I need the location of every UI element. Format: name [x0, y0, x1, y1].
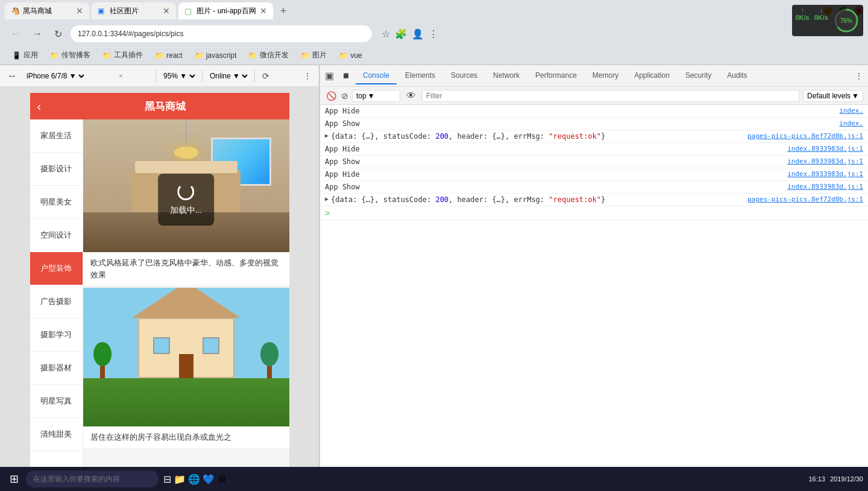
perf-value-2: 0K/s [814, 14, 828, 21]
device-toggle-icon[interactable]: ↔ [5, 69, 19, 83]
console-source-2[interactable]: index. [839, 119, 863, 127]
expand-arrow-1[interactable]: ▶ [325, 132, 329, 139]
tray-date: 2019/12/30 [830, 475, 863, 483]
cat-guanggao[interactable]: 广告摄影 [30, 285, 83, 318]
toolbar-separator-2 [202, 70, 203, 82]
device-select[interactable]: iPhone 6/7/8 ▼ [24, 71, 86, 81]
account-icon[interactable]: 👤 [412, 28, 424, 40]
rotate-icon[interactable]: ⟳ [260, 70, 272, 82]
bookmark-tools[interactable]: 📁 工具插件 [98, 49, 148, 62]
forward-button[interactable]: → [29, 27, 46, 40]
bookmark-react[interactable]: 📁 react [150, 50, 187, 61]
console-source-4[interactable]: index.8933983d.js:1 [787, 145, 863, 153]
filter-input[interactable] [422, 90, 799, 102]
explorer-icon[interactable]: 📁 [174, 474, 186, 485]
bookmark-star-icon[interactable]: ☆ [382, 28, 390, 40]
perf-circle: 76% [833, 7, 860, 34]
console-text-4: App Hide [325, 145, 787, 153]
back-arrow-icon[interactable]: ‹ [37, 100, 42, 113]
category-list: 家居生活 摄影设计 明星美女 空间设计 户型装饰 广告摄影 摄影学习 摄影器材 … [30, 119, 83, 491]
tab-pics[interactable]: ▢ 图片 - uni-app百网 ✕ [178, 2, 273, 19]
card-house: 居住在这样的房子容易出现自杀或血光之 [83, 288, 289, 448]
bookmark-chuanzhi[interactable]: 📁 传智播客 [45, 49, 95, 62]
cat-huxing[interactable]: 户型装饰 [30, 252, 83, 285]
extensions-icon[interactable]: 🧩 [395, 28, 407, 40]
address-input[interactable] [71, 25, 372, 42]
cat-jiaju[interactable]: 家居生活 [30, 119, 83, 153]
expand-arrow-2[interactable]: ▶ [325, 195, 329, 202]
back-button[interactable]: ← [7, 27, 24, 40]
console-row-9: > [320, 206, 868, 220]
zoom-select[interactable]: 95% ▼ [161, 71, 197, 81]
tab-sources[interactable]: Sources [444, 68, 485, 84]
console-output[interactable]: App Hide index. App Show index. ▶ {data:… [320, 105, 868, 491]
tab-network[interactable]: Network [486, 68, 527, 84]
tab-favicon-1: 🐴 [11, 7, 19, 15]
terminal-icon[interactable]: 🖥 [217, 474, 227, 484]
house-image [83, 288, 289, 426]
width-input[interactable]: 375 [91, 72, 114, 80]
cat-kongjian[interactable]: 空间设计 [30, 219, 83, 252]
bookmark-vue[interactable]: 📁 vue [334, 50, 366, 61]
perf-item-1: ↑ 0K/s [796, 7, 810, 34]
cat-qinchun[interactable]: 清纯甜美 [30, 418, 83, 451]
level-chevron-icon: ▼ [852, 92, 859, 100]
height-input[interactable]: 667 [128, 72, 151, 80]
devtools-inspect-icon[interactable]: ▣ [322, 69, 336, 83]
console-filter-button[interactable]: ⊘ [341, 91, 348, 101]
tree-right [260, 342, 278, 378]
console-source-8[interactable]: pages-pics-pics.8ef72d0b.js:1 [747, 195, 863, 203]
tab-elements[interactable]: Elements [398, 68, 442, 84]
context-select[interactable]: top ▼ [352, 90, 400, 102]
context-chevron-icon: ▼ [368, 92, 375, 100]
devtools-more-icon[interactable]: ⋮ [852, 69, 866, 83]
bookmark-apps[interactable]: 📱 应用 [7, 49, 43, 62]
tab-community[interactable]: ▣ 社区图片 ✕ [92, 2, 176, 19]
chandelier [174, 147, 198, 159]
bookmark-js-label: javascript [206, 51, 237, 60]
tab-close-2[interactable]: ✕ [163, 6, 170, 16]
cat-mingxing[interactable]: 明星美女 [30, 186, 83, 219]
tab-close-1[interactable]: ✕ [76, 6, 83, 16]
level-select[interactable]: Default levels ▼ [803, 90, 863, 102]
bookmark-apps-label: 应用 [24, 50, 38, 60]
device-toolbar: ↔ iPhone 6/7/8 ▼ 375 × 667 95% ▼ Online … [0, 65, 319, 87]
network-select[interactable]: Online ▼ [207, 71, 250, 81]
tab-performance[interactable]: Performance [528, 68, 584, 84]
console-source-3[interactable]: pages-pics-pics.8ef72d0b.js:1 [747, 132, 863, 140]
eye-icon[interactable]: 👁 [404, 89, 418, 103]
tab-security[interactable]: Security [678, 68, 719, 84]
content-area[interactable]: 加载中... 欧式风格延承了巴洛克风格中豪华、动感、多变的视觉效果 [83, 119, 289, 491]
tab-audits[interactable]: Audits [720, 68, 754, 84]
cat-xuenxi[interactable]: 摄影学习 [30, 318, 83, 352]
search-bar[interactable] [26, 470, 159, 487]
cat-qicai[interactable]: 摄影器材 [30, 352, 83, 385]
new-tab-button[interactable]: + [275, 5, 292, 17]
refresh-button[interactable]: ↻ [51, 27, 66, 41]
console-clear-button[interactable]: 🚫 [325, 90, 338, 102]
cat-sheying[interactable]: 摄影设计 [30, 153, 83, 186]
menu-icon[interactable]: ⋮ [429, 28, 438, 40]
tab-close-3[interactable]: ✕ [260, 6, 267, 16]
taskview-icon[interactable]: ⊟ [163, 474, 171, 485]
system-tray: 16:13 2019/12/30 [808, 475, 863, 483]
console-source-6[interactable]: index.8933983d.js:1 [787, 170, 863, 178]
console-source-7[interactable]: index.8933983d.js:1 [787, 183, 863, 191]
bookmark-pics[interactable]: 📁 图片 [296, 49, 332, 62]
start-button[interactable]: ⊞ [5, 470, 24, 488]
more-options-icon[interactable]: ⋮ [301, 70, 314, 82]
tab-heima[interactable]: 🐴 黑马商城 ✕ [5, 2, 89, 19]
bookmark-js[interactable]: 📁 javascript [190, 50, 242, 61]
bookmark-folder-icon-2: 📁 [102, 51, 112, 60]
console-source-1[interactable]: index. [839, 107, 863, 115]
tab-console[interactable]: Console [356, 68, 397, 84]
chrome-icon[interactable]: 🌐 [188, 474, 200, 485]
cat-xiezhen[interactable]: 明星写真 [30, 385, 83, 418]
bookmark-wechat[interactable]: 📁 微信开发 [244, 49, 294, 62]
tab-title-1: 黑马商城 [23, 6, 72, 16]
tab-application[interactable]: Application [627, 68, 677, 84]
vs-icon[interactable]: 💙 [203, 474, 215, 485]
tab-memory[interactable]: Memory [585, 68, 626, 84]
devtools-device-icon[interactable]: ◾ [338, 69, 354, 83]
console-source-5[interactable]: index.8933983d.js:1 [787, 157, 863, 165]
